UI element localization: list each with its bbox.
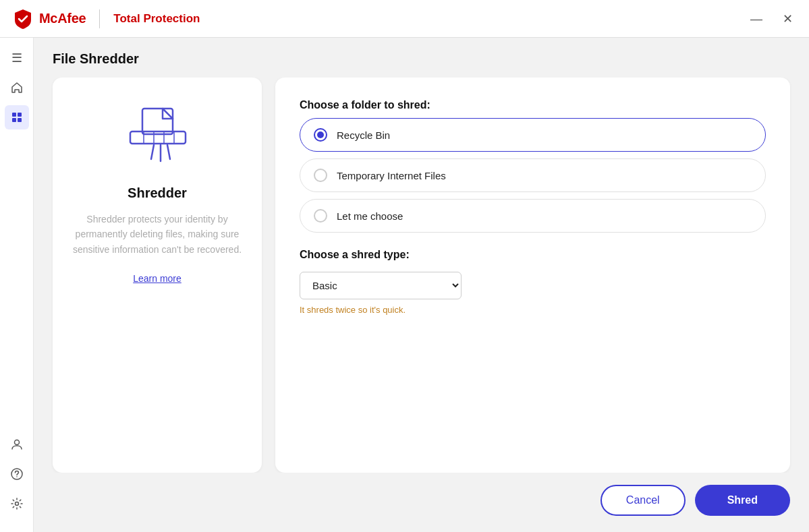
apps-icon: [10, 111, 24, 124]
radio-circle-recycle-bin: [314, 128, 327, 142]
sidebar-bottom: [5, 432, 29, 524]
shred-button[interactable]: Shred: [695, 485, 790, 516]
folder-section-title: Choose a folder to shred:: [300, 99, 766, 111]
app-title: Total Protection: [113, 12, 200, 26]
sidebar-item-help[interactable]: [5, 462, 29, 486]
sidebar-item-apps[interactable]: [5, 105, 29, 129]
sidebar: ☰: [0, 38, 34, 532]
svg-line-14: [151, 145, 154, 159]
svg-rect-0: [12, 113, 16, 117]
mcafee-brand-text: McAfee: [39, 11, 86, 26]
svg-rect-2: [12, 118, 16, 122]
mcafee-shield-icon: [12, 8, 34, 30]
sidebar-item-home[interactable]: [5, 76, 29, 100]
shred-hint: It shreds twice so it's quick.: [300, 305, 766, 315]
settings-icon: [10, 497, 24, 510]
title-bar-controls: — ✕: [746, 11, 797, 26]
app-body: ☰: [0, 38, 809, 532]
shredder-illustration-icon: [117, 102, 198, 169]
cancel-button[interactable]: Cancel: [601, 485, 686, 516]
svg-point-4: [14, 440, 19, 445]
learn-more-button[interactable]: Learn more: [133, 273, 182, 284]
help-icon: [10, 467, 24, 481]
shredder-info-card: Shredder Shredder protects your identity…: [53, 78, 262, 473]
folder-section: Choose a folder to shred: Recycle Bin Te…: [300, 99, 766, 233]
sidebar-item-user[interactable]: [5, 432, 29, 456]
svg-rect-1: [18, 113, 22, 117]
radio-circle-let-me-choose: [314, 209, 327, 223]
svg-rect-8: [142, 109, 173, 134]
radio-label-recycle-bin: Recycle Bin: [337, 129, 390, 141]
sidebar-item-settings[interactable]: [5, 492, 29, 516]
shredder-card-title: Shredder: [128, 185, 187, 201]
svg-point-6: [16, 476, 18, 477]
radio-label-let-me-choose: Let me choose: [337, 210, 403, 222]
shred-options-panel: Choose a folder to shred: Recycle Bin Te…: [275, 78, 790, 473]
svg-line-16: [167, 145, 170, 159]
shred-type-title: Choose a shred type:: [300, 249, 766, 261]
radio-option-let-me-choose[interactable]: Let me choose: [300, 199, 766, 233]
home-icon: [10, 81, 24, 94]
shred-type-section: Choose a shred type: Basic Standard Enha…: [300, 249, 766, 315]
title-divider: [99, 9, 100, 28]
shredder-icon-wrap: [117, 102, 198, 172]
content-area: File Shredder: [34, 38, 809, 532]
radio-option-temp-internet[interactable]: Temporary Internet Files: [300, 158, 766, 192]
svg-point-7: [15, 502, 18, 506]
radio-label-temp-internet: Temporary Internet Files: [337, 170, 446, 181]
page-header: File Shredder: [34, 38, 809, 78]
svg-rect-3: [18, 118, 22, 122]
shred-type-select[interactable]: Basic Standard Enhanced: [300, 272, 462, 299]
minimize-button[interactable]: —: [746, 11, 766, 26]
page-title: File Shredder: [53, 51, 790, 67]
user-icon: [10, 438, 24, 451]
radio-circle-temp-internet: [314, 169, 327, 182]
bottom-bar: Cancel Shred: [34, 473, 809, 532]
main-content: Shredder Shredder protects your identity…: [34, 78, 809, 473]
radio-option-recycle-bin[interactable]: Recycle Bin: [300, 118, 766, 152]
mcafee-logo: McAfee: [12, 8, 86, 30]
title-bar: McAfee Total Protection — ✕: [0, 0, 809, 38]
sidebar-item-menu[interactable]: ☰: [5, 46, 29, 70]
svg-rect-9: [130, 131, 186, 144]
menu-icon: ☰: [11, 51, 22, 65]
close-button[interactable]: ✕: [779, 11, 797, 26]
title-bar-left: McAfee Total Protection: [12, 8, 200, 30]
shredder-card-description: Shredder protects your identity by perma…: [72, 212, 243, 257]
